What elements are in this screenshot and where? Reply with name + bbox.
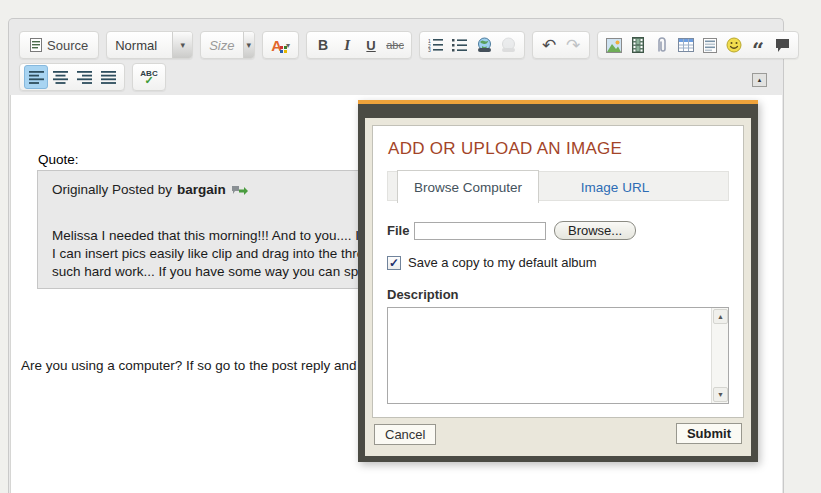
- redo-button[interactable]: ↷: [561, 33, 585, 57]
- bold-button[interactable]: B: [311, 33, 335, 57]
- numbered-list-icon: 123: [428, 38, 444, 52]
- browse-button[interactable]: Browse...: [554, 221, 636, 240]
- dialog-footer: Cancel Submit: [372, 418, 744, 450]
- scroll-down-icon[interactable]: ▼: [713, 387, 728, 402]
- insert-quote-button[interactable]: “: [746, 38, 770, 62]
- save-copy-label: Save a copy to my default album: [408, 255, 597, 270]
- save-copy-checkbox[interactable]: ✓: [387, 256, 401, 270]
- spellcheck-button[interactable]: ABC ✓: [137, 65, 161, 89]
- font-size-value: Size: [201, 38, 242, 53]
- paperclip-icon: [655, 37, 669, 53]
- speech-bubble-icon: [775, 38, 790, 53]
- align-right-button[interactable]: [72, 65, 96, 89]
- quote-line: I can insert pics easily like clip and d…: [52, 245, 372, 263]
- dialog-panel: ADD OR UPLOAD AN IMAGE Browse Computer I…: [372, 125, 744, 418]
- add-image-dialog: ADD OR UPLOAD AN IMAGE Browse Computer I…: [358, 100, 758, 462]
- font-size-dropdown[interactable]: Size ▾: [200, 31, 255, 59]
- italic-button[interactable]: I: [335, 33, 359, 57]
- image-icon: [606, 38, 622, 53]
- dialog-title: ADD OR UPLOAD AN IMAGE: [388, 139, 729, 159]
- align-justify-icon: [101, 71, 116, 84]
- source-button-label: Source: [47, 38, 88, 53]
- spellcheck-icon: ABC ✓: [140, 70, 157, 84]
- insert-video-button[interactable]: [626, 33, 650, 57]
- insert-horizontal-rule-button[interactable]: [698, 33, 722, 57]
- dialog-frame: ADD OR UPLOAD AN IMAGE Browse Computer I…: [358, 104, 758, 462]
- view-post-icon[interactable]: [231, 184, 248, 196]
- file-path-input[interactable]: [414, 222, 546, 240]
- tab-browse-computer[interactable]: Browse Computer: [397, 170, 539, 203]
- quote-line: such hard work... If you have some way y…: [52, 263, 372, 281]
- dialog-tabstrip: Browse Computer Image URL: [387, 171, 729, 201]
- insert-smiley-button[interactable]: [722, 33, 746, 57]
- description-textarea[interactable]: [388, 308, 711, 403]
- submit-button[interactable]: Submit: [676, 423, 742, 444]
- save-copy-row: ✓ Save a copy to my default album: [387, 255, 729, 270]
- insert-image-button[interactable]: [602, 33, 626, 57]
- tab-image-url[interactable]: Image URL: [540, 172, 690, 202]
- font-color-button[interactable]: A ▾: [267, 33, 294, 57]
- description-field-wrap: ▲ ▼: [387, 307, 729, 404]
- toolbar-row-1: Source Normal ▾ Size ▾ A ▾ B I U abc: [19, 31, 799, 59]
- link-icon: [476, 37, 493, 53]
- font-color-icon: A: [271, 37, 282, 54]
- unlink-icon: [500, 37, 517, 53]
- chevron-down-icon: ▾: [172, 31, 192, 59]
- description-label: Description: [387, 287, 729, 302]
- quote-line: Melissa I needed that this morning!!! An…: [52, 227, 372, 245]
- quote-attribution-prefix: Originally Posted by: [52, 182, 172, 197]
- numbered-list-button[interactable]: 123: [424, 33, 448, 57]
- insert-table-button[interactable]: [674, 33, 698, 57]
- undo-button[interactable]: ↶: [537, 33, 561, 57]
- cancel-button[interactable]: Cancel: [374, 424, 436, 445]
- align-left-button[interactable]: [24, 65, 48, 89]
- table-icon: [678, 38, 694, 52]
- video-icon: [632, 37, 644, 53]
- description-scrollbar[interactable]: ▲ ▼: [711, 308, 728, 403]
- paragraph-format-value: Normal: [107, 38, 172, 53]
- svg-text:3: 3: [428, 47, 431, 52]
- bulleted-list-button[interactable]: [448, 33, 472, 57]
- source-icon: [30, 38, 42, 52]
- align-justify-button[interactable]: [96, 65, 120, 89]
- source-button[interactable]: Source: [24, 33, 94, 57]
- paragraph-format-dropdown[interactable]: Normal ▾: [106, 31, 193, 59]
- align-left-icon: [29, 71, 44, 84]
- smiley-icon: [726, 37, 742, 53]
- align-center-button[interactable]: [48, 65, 72, 89]
- insert-link-button[interactable]: [472, 33, 496, 57]
- quote-author: bargain: [177, 182, 226, 197]
- underline-button[interactable]: U: [359, 33, 383, 57]
- quote-label: Quote:: [38, 152, 79, 167]
- quote-attribution: Originally Posted by bargain: [52, 182, 248, 197]
- quote-body: Melissa I needed that this morning!!! An…: [52, 227, 372, 281]
- align-center-icon: [53, 71, 68, 84]
- scroll-up-icon[interactable]: ▲: [713, 309, 728, 324]
- document-lines-icon: [703, 38, 717, 53]
- strikethrough-button[interactable]: abc: [383, 33, 407, 57]
- dialog-body: ADD OR UPLOAD AN IMAGE Browse Computer I…: [365, 118, 751, 456]
- file-label: File: [387, 223, 414, 238]
- chevron-down-icon: ▾: [243, 31, 255, 59]
- collapse-toolbar-button[interactable]: ▴: [752, 73, 767, 87]
- remove-link-button[interactable]: [496, 33, 520, 57]
- align-right-icon: [77, 71, 92, 84]
- bulleted-list-icon: [452, 38, 468, 52]
- attach-file-button[interactable]: [650, 33, 674, 57]
- toolbar-row-2: ABC ✓: [19, 63, 166, 91]
- file-row: File Browse...: [387, 221, 729, 240]
- reply-paragraph: Are you using a computer? If so go to th…: [21, 358, 379, 373]
- speech-bubble-button[interactable]: [770, 33, 794, 57]
